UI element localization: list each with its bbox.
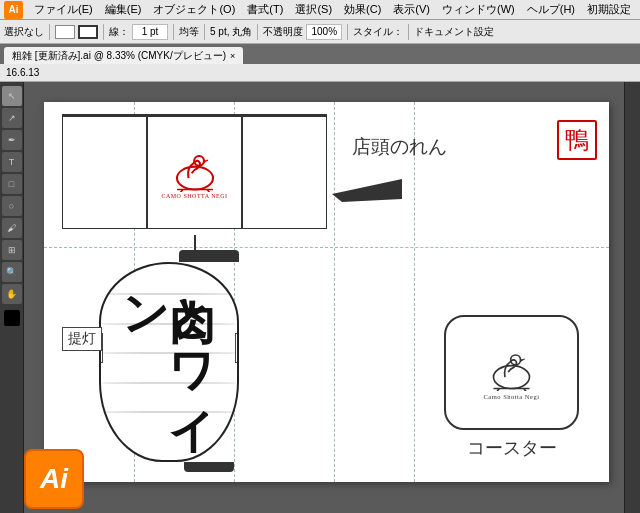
noren-arrow xyxy=(332,174,412,204)
lantern-bottom-cap xyxy=(184,462,234,472)
noren-panel-left xyxy=(62,114,147,229)
toolbar: 選択なし 線： 均等 5 pt, 丸角 不透明度 スタイル： ドキュメント設定 xyxy=(0,20,640,44)
menu-help[interactable]: ヘルプ(H) xyxy=(522,1,580,18)
stroke-color-box[interactable] xyxy=(78,25,98,39)
ellipse-tool[interactable]: ○ xyxy=(2,196,22,216)
corner-label: 5 pt, 丸角 xyxy=(210,25,252,39)
selection-label: 選択なし xyxy=(4,25,44,39)
zoom-tool[interactable]: 🔍 xyxy=(2,262,22,282)
stroke-label: 線： xyxy=(109,25,129,39)
brand-name-noren: Camo Shotta Negi xyxy=(161,193,227,199)
guide-v3 xyxy=(334,102,335,482)
style-label: スタイル： xyxy=(353,25,403,39)
coordinates: 16.6.13 xyxy=(6,67,39,78)
noren-panels: Camo Shotta Negi xyxy=(62,114,327,229)
lantern-wrapper: 肉とワイン xyxy=(99,250,239,472)
menu-prefs[interactable]: 初期設定 xyxy=(582,1,636,18)
rect-tool[interactable]: □ xyxy=(2,174,22,194)
pen-tool[interactable]: ✒ xyxy=(2,130,22,150)
ai-logo-menu: Ai xyxy=(4,1,23,19)
toolbar-separator-2 xyxy=(103,24,104,40)
tab-filename: 粗雑 [更新済み].ai @ 8.33% (CMYK/プレビュー) xyxy=(12,49,226,63)
lantern-tab-right-line2 xyxy=(238,342,240,345)
lantern-rib-4 xyxy=(101,382,237,384)
duck-logo-coaster xyxy=(484,346,539,391)
lantern-rib-5 xyxy=(101,411,237,413)
menu-window[interactable]: ウィンドウ(W) xyxy=(437,1,520,18)
toolbar-separator-4 xyxy=(204,24,205,40)
svg-marker-5 xyxy=(332,179,402,202)
align-label: 均等 xyxy=(179,25,199,39)
right-panel xyxy=(624,82,640,513)
lantern-tab-right-line3 xyxy=(238,348,240,351)
noren-label: 店頭のれん xyxy=(352,134,447,160)
tab-close-button[interactable]: × xyxy=(230,51,235,61)
menu-file[interactable]: ファイル(E) xyxy=(29,1,98,18)
menu-object[interactable]: オブジェクト(O) xyxy=(148,1,240,18)
fill-color-box[interactable] xyxy=(55,25,75,39)
toolbar-separator-3 xyxy=(173,24,174,40)
noren-panel-center: Camo Shotta Negi xyxy=(147,114,242,229)
noren-panel-right xyxy=(242,114,327,229)
main-area: ↖ ↗ ✒ T □ ○ 🖌 ⊞ 🔍 ✋ xyxy=(0,82,640,513)
lantern-string xyxy=(194,235,196,250)
lantern-rib-2 xyxy=(101,323,237,325)
document-tab[interactable]: 粗雑 [更新済み].ai @ 8.33% (CMYK/プレビュー) × xyxy=(4,47,243,64)
toolbar-separator-6 xyxy=(347,24,348,40)
menu-type[interactable]: 書式(T) xyxy=(242,1,288,18)
canvas-area[interactable]: Camo Shotta Negi 店頭のれん 鴨 xyxy=(24,82,624,513)
menu-effect[interactable]: 効果(C) xyxy=(339,1,386,18)
coaster-label: コースター xyxy=(444,436,579,460)
opacity-label: 不透明度 xyxy=(263,25,303,39)
direct-select-tool[interactable]: ↗ xyxy=(2,108,22,128)
lantern-label: 提灯 xyxy=(62,327,102,351)
toolbar-separator-1 xyxy=(49,24,50,40)
menubar: Ai ファイル(E) 編集(E) オブジェクト(O) 書式(T) 選択(S) 効… xyxy=(0,0,640,20)
coaster-wrapper: Camo shotta negi コースター xyxy=(444,315,579,460)
stroke-width-input[interactable] xyxy=(132,24,168,40)
toolbar-separator-5 xyxy=(257,24,258,40)
lantern-tab-right xyxy=(235,333,239,363)
hanko-stamp: 鴨 xyxy=(557,120,597,160)
type-tool[interactable]: T xyxy=(2,152,22,172)
toolbar-separator-7 xyxy=(408,24,409,40)
hand-tool[interactable]: ✋ xyxy=(2,284,22,304)
doc-settings[interactable]: ドキュメント設定 xyxy=(414,25,494,39)
noren-container: Camo Shotta Negi 店頭のれん xyxy=(62,114,327,229)
artboard: Camo Shotta Negi 店頭のれん 鴨 xyxy=(44,102,609,482)
lantern-tab-right-line1 xyxy=(238,336,240,339)
fill-color-tool[interactable] xyxy=(4,310,20,326)
tabbar: 粗雑 [更新済み].ai @ 8.33% (CMYK/プレビュー) × xyxy=(0,44,640,64)
lantern-top-cap xyxy=(179,250,239,262)
canvas-scroll: Camo Shotta Negi 店頭のれん 鴨 xyxy=(24,82,624,513)
menu-view[interactable]: 表示(V) xyxy=(388,1,435,18)
lantern-body: 肉とワイン xyxy=(99,262,239,462)
select-tool[interactable]: ↖ xyxy=(2,86,22,106)
guide-h1 xyxy=(44,247,609,248)
toolbox: ↖ ↗ ✒ T □ ○ 🖌 ⊞ 🔍 ✋ xyxy=(0,82,24,513)
scale-tool[interactable]: ⊞ xyxy=(2,240,22,260)
brand-name-coaster: Camo shotta negi xyxy=(483,393,539,400)
brush-tool[interactable]: 🖌 xyxy=(2,218,22,238)
menu-edit[interactable]: 編集(E) xyxy=(100,1,147,18)
ai-corner-icon: Ai xyxy=(24,449,84,509)
menu-select[interactable]: 選択(S) xyxy=(290,1,337,18)
opacity-input[interactable] xyxy=(306,24,342,40)
coordbar: 16.6.13 xyxy=(0,64,640,82)
coaster-box: Camo shotta negi xyxy=(444,315,579,430)
duck-logo-noren xyxy=(170,147,220,192)
